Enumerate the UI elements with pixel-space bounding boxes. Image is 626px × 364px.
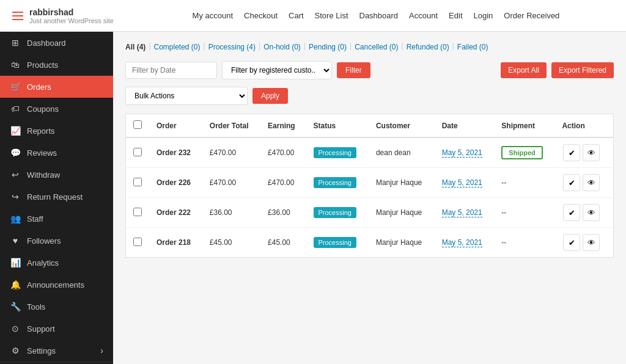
- view-button[interactable]: 👁: [583, 204, 600, 221]
- sidebar-item-tools[interactable]: 🔧 Tools: [0, 296, 113, 318]
- nav-my-account[interactable]: My account: [193, 11, 233, 20]
- nav-order-received[interactable]: Order Received: [504, 11, 559, 20]
- sidebar-label-withdraw: Withdraw: [27, 170, 60, 180]
- filter-customer-select[interactable]: Filter by registered custo...: [222, 61, 332, 79]
- bulk-actions-select[interactable]: Bulk Actions: [125, 87, 248, 105]
- return-request-icon: ↪: [10, 192, 21, 202]
- sidebar-item-coupons[interactable]: 🏷 Coupons: [0, 98, 113, 120]
- export-filtered-button[interactable]: Export Filtered: [551, 62, 614, 78]
- tab-all[interactable]: All (4): [125, 42, 145, 53]
- date-cell: May 5, 2021: [435, 137, 495, 168]
- sidebar-label-followers: Followers: [27, 236, 61, 246]
- tab-refunded[interactable]: Refunded (0): [407, 42, 449, 53]
- status-cell: Processing: [306, 228, 369, 258]
- tab-completed[interactable]: Completed (0): [153, 42, 200, 53]
- status-cell: Processing: [306, 137, 369, 168]
- row-checkbox-cell: [126, 228, 150, 258]
- date-link[interactable]: May 5, 2021: [442, 238, 482, 247]
- status-badge: Processing: [314, 177, 356, 188]
- order-link[interactable]: Order 222: [156, 208, 191, 217]
- sidebar-item-support[interactable]: ⊙ Support: [0, 318, 113, 340]
- order-id-cell: Order 222: [149, 198, 202, 228]
- sidebar-item-dashboard[interactable]: ⊞ Dashboard: [0, 32, 113, 54]
- action-group: ✔ 👁: [562, 204, 606, 221]
- tools-icon: 🔧: [10, 302, 21, 311]
- staff-icon: 👥: [10, 214, 21, 224]
- filter-date-input[interactable]: [125, 62, 217, 79]
- filter-button[interactable]: Filter: [337, 62, 370, 78]
- select-all-checkbox[interactable]: [133, 120, 142, 129]
- row-checkbox[interactable]: [133, 238, 142, 246]
- nav-checkout[interactable]: Checkout: [244, 11, 278, 20]
- shipment-cell: --: [494, 198, 554, 228]
- nav-account[interactable]: Account: [409, 11, 438, 20]
- tab-pending[interactable]: Pending (0): [309, 42, 347, 53]
- export-all-button[interactable]: Export All: [501, 62, 547, 78]
- sidebar-item-followers[interactable]: ♥ Followers: [0, 230, 113, 252]
- date-cell: May 5, 2021: [435, 168, 495, 198]
- nav-store-list[interactable]: Store List: [315, 11, 348, 20]
- shipment-cell: Shipped: [494, 137, 554, 168]
- brand-subtitle: Just another WordPress site: [29, 17, 114, 24]
- approve-button[interactable]: ✔: [563, 204, 580, 221]
- top-nav: rabbirshad Just another WordPress site M…: [0, 0, 626, 32]
- filter-row: Filter by registered custo... Filter Exp…: [125, 61, 614, 79]
- sidebar-item-reviews[interactable]: 💬 Reviews: [0, 142, 113, 164]
- approve-button[interactable]: ✔: [563, 174, 580, 191]
- approve-button[interactable]: ✔: [563, 234, 580, 251]
- sidebar-label-support: Support: [27, 324, 55, 333]
- orders-icon: 🛒: [10, 82, 21, 92]
- sidebar-item-reports[interactable]: 📈 Reports: [0, 120, 113, 142]
- row-checkbox[interactable]: [133, 208, 142, 216]
- brand-name: rabbirshad: [29, 7, 114, 17]
- layout: ⊞ Dashboard 🛍 Products 🛒 Orders 🏷 Coupon…: [0, 32, 626, 364]
- tab-on-hold[interactable]: On-hold (0): [263, 42, 301, 53]
- date-link[interactable]: May 5, 2021: [442, 178, 482, 187]
- hamburger-icon[interactable]: [12, 12, 23, 20]
- nav-login[interactable]: Login: [474, 11, 493, 20]
- th-date: Date: [435, 114, 495, 138]
- earning-cell: £45.00: [260, 228, 306, 258]
- settings-arrow: ›: [100, 346, 103, 355]
- sidebar-item-announcements[interactable]: 🔔 Announcements: [0, 274, 113, 296]
- nav-cart[interactable]: Cart: [289, 11, 304, 20]
- view-button[interactable]: 👁: [583, 144, 600, 161]
- tab-cancelled[interactable]: Cancelled (0): [355, 42, 398, 53]
- status-badge: Processing: [314, 237, 356, 248]
- shipment-text: --: [501, 178, 506, 187]
- order-link[interactable]: Order 232: [156, 148, 191, 157]
- tab-processing[interactable]: Processing (4): [208, 42, 256, 53]
- approve-button[interactable]: ✔: [563, 144, 580, 161]
- sidebar: ⊞ Dashboard 🛍 Products 🛒 Orders 🏷 Coupon…: [0, 32, 113, 364]
- sidebar-item-settings[interactable]: ⚙ Settings ›: [0, 340, 113, 362]
- shipment-cell: --: [494, 168, 554, 198]
- date-link[interactable]: May 5, 2021: [442, 148, 482, 158]
- customer-cell: Manjur Haque: [369, 228, 435, 258]
- view-button[interactable]: 👁: [583, 174, 600, 191]
- th-action: Action: [554, 114, 613, 138]
- order-link[interactable]: Order 226: [156, 178, 191, 187]
- bulk-apply-button[interactable]: Apply: [252, 88, 288, 104]
- view-button[interactable]: 👁: [583, 234, 600, 251]
- table-header-row: Order Order Total Earning Status Custome…: [126, 114, 614, 138]
- nav-edit[interactable]: Edit: [449, 11, 462, 20]
- sidebar-label-tools: Tools: [27, 302, 45, 311]
- sidebar-item-orders[interactable]: 🛒 Orders: [0, 76, 113, 98]
- main-content: All (4) | Completed (0) | Processing (4)…: [113, 32, 626, 364]
- nav-dashboard[interactable]: Dashboard: [359, 11, 399, 20]
- action-group: ✔ 👁: [562, 234, 606, 251]
- sidebar-item-analytics[interactable]: 📊 Analytics: [0, 252, 113, 274]
- order-total-cell: £36.00: [202, 198, 260, 228]
- brand-info: rabbirshad Just another WordPress site: [29, 7, 114, 24]
- row-checkbox[interactable]: [133, 178, 142, 186]
- sidebar-item-products[interactable]: 🛍 Products: [0, 54, 113, 76]
- row-checkbox[interactable]: [133, 148, 142, 156]
- sidebar-item-withdraw[interactable]: ↩ Withdraw: [0, 164, 113, 186]
- sidebar-item-staff[interactable]: 👥 Staff: [0, 208, 113, 230]
- sidebar-item-return-request[interactable]: ↪ Return Request: [0, 186, 113, 208]
- date-link[interactable]: May 5, 2021: [442, 208, 482, 217]
- export-group: Export All Export Filtered: [501, 62, 614, 78]
- tab-failed[interactable]: Failed (0): [457, 42, 488, 53]
- action-cell: ✔ 👁: [554, 198, 613, 228]
- order-link[interactable]: Order 218: [156, 238, 191, 247]
